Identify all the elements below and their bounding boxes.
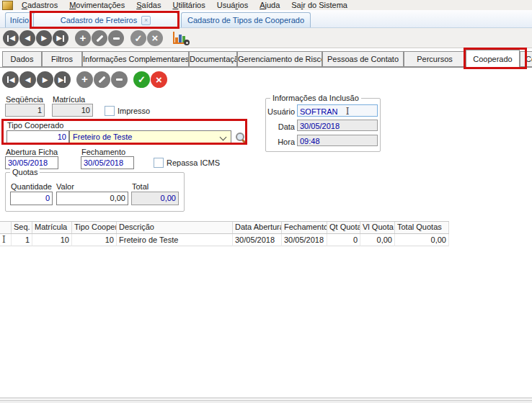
main-toolbar: ◀ ◀ ▶ ▶ + ✓ × [0, 28, 532, 48]
nav-next-icon[interactable]: ▶ [36, 30, 52, 46]
data-field[interactable]: 30/05/2018 [297, 120, 378, 131]
grid-header-descricao[interactable]: Descrição [117, 222, 233, 233]
usuario-field[interactable]: SOFTRAN I [297, 104, 378, 117]
delete-record-icon[interactable] [111, 71, 128, 88]
tab-inicio[interactable]: Início [5, 12, 34, 27]
menu-item-accel: C [22, 1, 27, 9]
menu-item-accel: M [69, 1, 76, 9]
grid-header-data-abertura[interactable]: Data Abertura [233, 222, 282, 233]
search-icon[interactable] [235, 132, 247, 143]
menu-item-movimentacoes[interactable]: Movimentações [63, 0, 130, 11]
close-tab-icon[interactable]: × [141, 16, 151, 25]
usuario-label: Usuário [265, 107, 295, 116]
delete-record-icon[interactable] [108, 30, 124, 46]
tipo-cooperado-combobox[interactable]: Freteiro de Teste [69, 130, 231, 144]
grid-row[interactable]: I 1 10 10 Freteiro de Teste 30/05/2018 3… [0, 234, 449, 246]
nav-previous-icon[interactable]: ◀ [19, 30, 35, 46]
app-window: Cadastros Movimentações Saídas Utilitári… [0, 0, 532, 404]
menu-item-cadastros[interactable]: Cadastros [16, 0, 63, 11]
menu-item-text: adastros [27, 1, 58, 9]
menu-item-sair-do-sistema[interactable]: Sair do Sistema [285, 0, 353, 11]
tab-label: Início [10, 13, 29, 27]
grid-header-matricula[interactable]: Matrícula [32, 222, 72, 233]
tab-cooperado[interactable]: Cooperado [466, 50, 520, 68]
confirm-icon[interactable]: ✓ [133, 71, 150, 88]
cancel-icon[interactable]: × [147, 30, 163, 46]
matricula-field[interactable]: 10 [52, 104, 93, 117]
text-cursor-icon: I [346, 107, 350, 117]
total-field[interactable]: 0,00 [131, 192, 179, 205]
quantidade-field[interactable]: 0 [10, 192, 53, 205]
valor-label: Valor [56, 182, 74, 191]
cancel-icon[interactable]: × [151, 71, 167, 88]
record-tab-bar: Dados Filtros Informações Complementares… [0, 48, 532, 68]
grid-header-qt-quota[interactable]: Qt Quota [327, 222, 360, 233]
menu-item-text: ovimentações [76, 1, 125, 9]
tab-gerenciamento-de-risco[interactable]: Gerenciamento de Risco [237, 51, 322, 67]
menu-item-text: tilitários [178, 1, 205, 9]
tipo-cooperado-label: Tipo Cooperado [7, 121, 63, 130]
statusbar-divider [0, 398, 532, 401]
nav-next-icon[interactable]: ▶ [37, 71, 53, 88]
tab-filtros[interactable]: Filtros [42, 51, 82, 67]
tab-cadastro-de-freteiros[interactable]: Cadastro de Freteiros × [33, 12, 178, 27]
tab-label: Cadastro de Tipos de Cooperado [187, 13, 304, 27]
total-label: Total [132, 182, 148, 191]
statusbar-divider-2 [0, 402, 532, 403]
repassa-icms-checkbox[interactable] [154, 158, 164, 168]
menu-item-text: r do Sistema [303, 1, 347, 9]
grid-header-fechamento[interactable]: Fechamento [282, 222, 327, 233]
gear-icon [184, 40, 190, 45]
quotas-group-title: Quotas [10, 168, 40, 176]
abertura-ficha-label: Abertura Ficha [6, 148, 58, 156]
grid-header-seq[interactable]: Seq. [12, 222, 32, 233]
sequencia-label: Seqüência [6, 95, 43, 104]
menu-bar: Cadastros Movimentações Saídas Utilitári… [0, 0, 532, 11]
nav-previous-icon[interactable]: ◀ [19, 71, 36, 88]
impresso-checkbox[interactable] [105, 106, 115, 116]
menu-item-saidas[interactable]: Saídas [130, 0, 167, 11]
grid-header-vl-quota[interactable]: Vl Quota [360, 222, 395, 233]
nav-last-icon[interactable]: ▶ [54, 71, 71, 88]
repassa-icms-label: Repassa ICMS [167, 158, 220, 167]
grid-header-tipo-cooperado[interactable]: Tipo Cooperado [72, 222, 117, 233]
add-record-icon[interactable]: + [75, 30, 91, 46]
menu-item-text: ios [238, 1, 248, 9]
confirm-icon[interactable]: ✓ [130, 30, 146, 46]
tab-percursos[interactable]: Percursos [404, 51, 466, 67]
nav-last-icon[interactable]: ▶ [53, 30, 68, 46]
menu-item-text: Sa [291, 1, 301, 9]
row-indicator: I [0, 234, 12, 246]
tab-documentacao[interactable]: Documentação [189, 51, 237, 67]
nav-first-icon[interactable]: ◀ [3, 30, 19, 46]
text-cursor-icon: I [2, 235, 6, 245]
impresso-label: Impresso [118, 107, 150, 115]
chart-settings-icon[interactable] [173, 32, 187, 44]
tab-informacoes-complementares[interactable]: Informações Complementares [82, 51, 189, 67]
data-label: Data [265, 122, 295, 131]
edit-record-icon[interactable] [94, 71, 110, 88]
grid-indicator-header [0, 222, 12, 233]
menu-item-utilitarios[interactable]: Utilitários [167, 0, 210, 11]
tipo-cooperado-code-field[interactable]: 10 [6, 130, 69, 144]
grid-header-total-quotas[interactable]: Total Quotas [395, 222, 449, 233]
fechamento-field[interactable]: 30/05/2018 [81, 156, 134, 169]
sequencia-field[interactable]: 1 [5, 104, 45, 117]
fechamento-label: Fechamento [81, 148, 125, 156]
menu-item-usuarios[interactable]: Usuários [211, 0, 254, 11]
valor-field[interactable]: 0,00 [56, 192, 128, 205]
record-toolbar: ◀ ◀ ▶ ▶ + ✓ × [0, 68, 532, 92]
tab-dados[interactable]: Dados [2, 51, 42, 67]
menu-item-ajuda[interactable]: Ajuda [254, 0, 285, 11]
nav-first-icon[interactable]: ◀ [2, 71, 19, 88]
tab-label: Cadastro de Freteiros [61, 13, 137, 27]
quantidade-label: Quantidade [11, 182, 52, 191]
hora-field[interactable]: 09:48 [297, 135, 378, 146]
tab-pessoas-de-contato[interactable]: Pessoas de Contato [322, 51, 404, 67]
menu-item-text: juda [265, 1, 280, 9]
tab-partial[interactable]: Co [520, 51, 532, 67]
tab-cadastro-de-tipos-de-cooperado[interactable]: Cadastro de Tipos de Cooperado [181, 12, 311, 27]
add-record-icon[interactable]: + [76, 71, 93, 88]
document-tab-bar: Início Cadastro de Freteiros × Cadastro … [0, 10, 532, 28]
edit-record-icon[interactable] [92, 30, 107, 46]
